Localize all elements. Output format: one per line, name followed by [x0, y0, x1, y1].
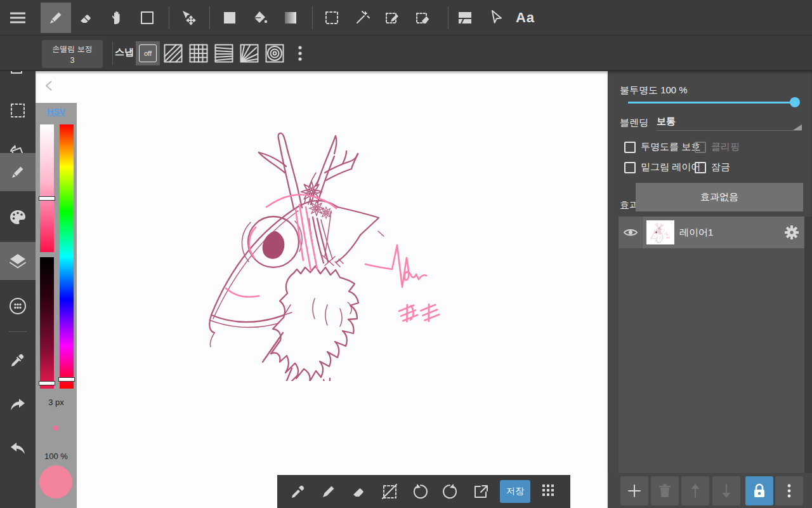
- layer-properties-panel: 불투명도 100 % 블렌딩 보통 투명도를 보호 클리핑 밑그림 레이어 잠금…: [608, 71, 812, 508]
- parallel-snap-icon[interactable]: [162, 43, 184, 64]
- snap-label: 스냅: [115, 46, 134, 58]
- layer-settings-button[interactable]: [779, 225, 804, 239]
- brush-size-label: 3 px: [36, 398, 77, 407]
- gradient-tool-button[interactable]: [275, 3, 306, 33]
- draft-layer-checkbox-row: 밑그림 레이어: [624, 161, 700, 173]
- deselect-icon[interactable]: [374, 476, 405, 507]
- panel-split-button[interactable]: [450, 3, 480, 33]
- saturation-bar[interactable]: [40, 124, 54, 252]
- toolbar-separator: [312, 6, 313, 29]
- select-tool-button[interactable]: [0, 91, 36, 130]
- brush-tool-button[interactable]: [0, 153, 36, 191]
- pointer-tool-button[interactable]: [480, 3, 511, 33]
- undo-button[interactable]: [0, 429, 36, 467]
- hue-bar[interactable]: [60, 124, 74, 389]
- clipping-checkbox[interactable]: [695, 142, 706, 153]
- select-pen-tool-button[interactable]: [377, 3, 408, 33]
- hand-tool-button[interactable]: [102, 3, 132, 33]
- toolbar-separator: [209, 6, 210, 29]
- text-tool-button[interactable]: Aa: [510, 3, 540, 33]
- gear-icon: [785, 225, 799, 239]
- left-sidebar: [0, 36, 36, 508]
- move-layer-down-button[interactable]: [712, 476, 740, 505]
- dropdown-arrow-icon: [793, 124, 802, 130]
- opacity-slider-handle[interactable]: [790, 97, 800, 107]
- undo-icon[interactable]: [405, 476, 435, 507]
- opacity-slider[interactable]: [628, 102, 794, 104]
- grid-snap-icon[interactable]: [188, 43, 209, 64]
- draft-layer-checkbox[interactable]: [624, 162, 636, 173]
- snap-off-label: off: [139, 44, 157, 62]
- saturation-handle[interactable]: [39, 196, 55, 201]
- lasso-select-tool-button[interactable]: [317, 3, 347, 33]
- toolbar-separator: [112, 42, 113, 65]
- magic-wand-tool-button[interactable]: [347, 3, 377, 33]
- snap-toolbar: 손떨림 보정 3 스냅 off: [0, 36, 812, 71]
- layer-visibility-toggle[interactable]: [619, 217, 643, 248]
- add-layer-button[interactable]: [620, 476, 648, 505]
- drawing-canvas[interactable]: HSV 3 px 100 %: [36, 71, 608, 508]
- snap-more-icon[interactable]: [289, 43, 311, 64]
- stabilizer-label: 손떨림 보정: [42, 43, 103, 55]
- sketch-artwork: [190, 114, 457, 381]
- hsv-mode-link[interactable]: HSV: [36, 107, 77, 117]
- fill-rect-tool-button[interactable]: [214, 3, 245, 33]
- toolbar-separator: [169, 6, 169, 29]
- material-button[interactable]: [0, 287, 36, 325]
- brush-preview-dot: [53, 425, 58, 431]
- paint-bucket-tool-button[interactable]: [245, 3, 275, 33]
- grid-icon[interactable]: [534, 476, 565, 507]
- save-button[interactable]: 저장: [500, 480, 530, 503]
- export-icon[interactable]: [466, 476, 496, 507]
- opacity-label: 불투명도 100 %: [620, 84, 688, 97]
- layer-more-button[interactable]: [775, 476, 803, 505]
- eraser-tool-button[interactable]: [71, 3, 102, 33]
- select-eraser-tool-button[interactable]: [408, 3, 438, 33]
- horizontal-snap-icon[interactable]: [213, 43, 235, 64]
- lock-checkbox[interactable]: [695, 162, 706, 173]
- toolbar-separator: [448, 6, 449, 29]
- redo-icon[interactable]: [435, 476, 466, 507]
- palette-button[interactable]: [0, 198, 36, 236]
- sidebar-separator: [9, 331, 27, 332]
- redo-button[interactable]: [0, 385, 36, 424]
- layers-panel-button[interactable]: [0, 242, 36, 280]
- stabilizer-button[interactable]: 손떨림 보정 3: [42, 40, 103, 68]
- collapse-chevron-icon[interactable]: [44, 80, 53, 94]
- eraser-icon[interactable]: [344, 476, 374, 507]
- eyedropper-icon[interactable]: [283, 476, 313, 507]
- eye-icon: [623, 227, 638, 237]
- lock-layer-button[interactable]: [745, 476, 773, 505]
- pencil-icon[interactable]: [313, 476, 344, 507]
- blending-select[interactable]: 보통: [657, 116, 802, 131]
- color-picker-panel: HSV 3 px 100 %: [36, 103, 77, 508]
- effect-button-label: 효과없음: [700, 191, 738, 203]
- value-bar[interactable]: [40, 257, 54, 389]
- current-color-swatch[interactable]: [39, 465, 72, 498]
- save-label: 저장: [506, 486, 524, 497]
- protect-alpha-checkbox[interactable]: [624, 142, 636, 153]
- concentric-snap-icon[interactable]: [264, 43, 285, 64]
- vanishing-snap-icon[interactable]: [239, 43, 260, 64]
- layer-actions-bar: [608, 473, 812, 508]
- lock-label: 잠금: [711, 161, 730, 173]
- move-layer-up-button[interactable]: [681, 476, 709, 505]
- move-tool-button[interactable]: [174, 3, 204, 33]
- effect-button[interactable]: 효과없음: [636, 183, 803, 211]
- clipping-checkbox-row: 클리핑: [695, 141, 740, 153]
- delete-layer-button[interactable]: [651, 476, 679, 505]
- eyedropper-button[interactable]: [0, 341, 36, 379]
- lock-checkbox-row: 잠금: [695, 161, 730, 173]
- snap-off-button[interactable]: off: [136, 41, 160, 65]
- rect-select-tool-button[interactable]: [132, 3, 162, 33]
- blending-value: 보통: [657, 116, 676, 126]
- menu-icon[interactable]: [3, 3, 33, 33]
- value-handle[interactable]: [39, 381, 55, 385]
- layer-list-scrollbar[interactable]: [804, 217, 812, 473]
- layer-row[interactable]: 레이어1: [619, 217, 804, 248]
- brush-opacity-label: 100 %: [36, 451, 77, 461]
- pencil-tool-button[interactable]: [41, 3, 71, 33]
- lock-icon: [752, 483, 766, 498]
- protect-alpha-label: 투명도를 보호: [641, 141, 700, 153]
- hue-handle[interactable]: [58, 377, 75, 382]
